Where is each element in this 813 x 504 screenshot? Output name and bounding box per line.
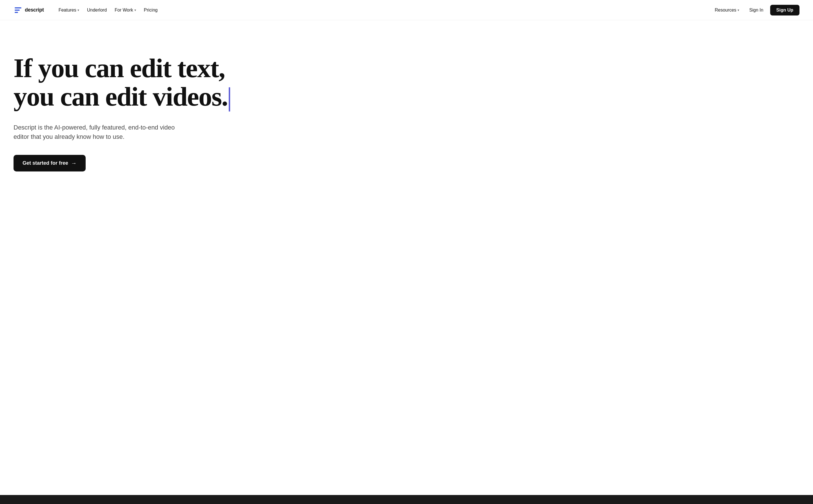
svg-rect-1 bbox=[15, 10, 20, 11]
logo-link[interactable]: descript bbox=[14, 6, 44, 15]
nav-item-for-work[interactable]: For Work ▾ bbox=[111, 5, 139, 15]
signup-button[interactable]: Sign Up bbox=[770, 5, 799, 15]
svg-rect-0 bbox=[15, 7, 21, 8]
nav-right-items: Resources ▾ Sign In Sign Up bbox=[711, 5, 799, 15]
bottom-bar bbox=[0, 495, 813, 504]
cta-button[interactable]: Get started for free → bbox=[14, 155, 86, 171]
nav-left-items: Features ▾ Underlord For Work ▾ Pricing bbox=[55, 5, 712, 15]
logo-text: descript bbox=[25, 7, 44, 13]
nav-item-pricing[interactable]: Pricing bbox=[141, 5, 161, 15]
chevron-down-icon: ▾ bbox=[738, 8, 739, 12]
text-cursor bbox=[229, 87, 230, 111]
navbar: descript Features ▾ Underlord For Work ▾… bbox=[0, 0, 813, 20]
arrow-icon: → bbox=[71, 160, 77, 166]
hero-section: If you can edit text, you can edit video… bbox=[0, 20, 253, 194]
chevron-down-icon: ▾ bbox=[134, 8, 136, 12]
signin-button[interactable]: Sign In bbox=[745, 5, 768, 15]
nav-item-features[interactable]: Features ▾ bbox=[55, 5, 83, 15]
hero-subtext: Descript is the AI-powered, fully featur… bbox=[14, 123, 177, 141]
chevron-down-icon: ▾ bbox=[77, 8, 79, 12]
nav-item-underlord[interactable]: Underlord bbox=[84, 5, 110, 15]
logo-icon bbox=[14, 6, 23, 15]
hero-headline: If you can edit text, you can edit video… bbox=[14, 54, 240, 111]
nav-item-resources[interactable]: Resources ▾ bbox=[711, 5, 742, 15]
svg-rect-2 bbox=[15, 12, 18, 13]
